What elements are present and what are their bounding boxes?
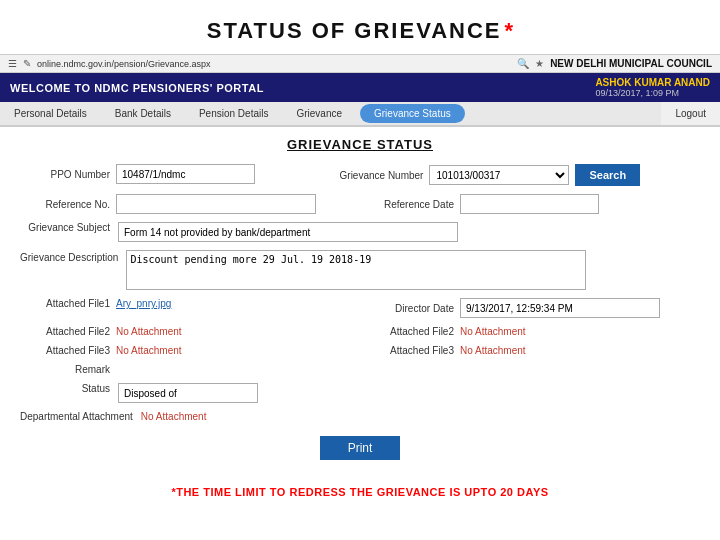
reference-date-input[interactable] xyxy=(460,194,599,214)
browser-bar: ☰ ✎ online.ndmc.gov.in/pension/Grievance… xyxy=(0,54,720,73)
dept-attachment-value: No Attachment xyxy=(141,411,207,422)
page-title-area: STATUS OF GRIEVANCE * xyxy=(0,0,720,54)
dept-attachment-label: Departmental Attachment xyxy=(20,411,133,422)
menu-pension-details[interactable]: Pension Details xyxy=(185,102,282,125)
form-row-attach3: Attached File3 No Attachment Attached Fi… xyxy=(20,345,700,356)
form-row-attach1: Attached File1 Ary_pnry.jpg Director Dat… xyxy=(20,298,700,318)
reference-no-label: Reference No. xyxy=(20,199,110,210)
status-input[interactable] xyxy=(118,383,258,403)
form-row-remark: Remark xyxy=(20,364,700,375)
main-content: GRIEVANCE STATUS PPO Number Grievance Nu… xyxy=(0,127,720,478)
menu-spacer xyxy=(469,102,662,125)
hamburger-icon[interactable]: ☰ xyxy=(8,58,17,69)
attach-file1-link[interactable]: Ary_pnry.jpg xyxy=(116,298,171,309)
subject-input[interactable] xyxy=(118,222,458,242)
portal-title: WELCOME TO NDMC PENSIONERS' PORTAL xyxy=(10,82,264,94)
browser-url: online.ndmc.gov.in/pension/Grievance.asp… xyxy=(37,59,210,69)
page-title: STATUS OF GRIEVANCE xyxy=(207,18,502,43)
grievance-number-label: Grievance Number xyxy=(333,170,423,181)
menu-grievance-status[interactable]: Grievance Status xyxy=(360,104,465,123)
menu-grievance[interactable]: Grievance xyxy=(282,102,356,125)
menu-bar: Personal Details Bank Details Pension De… xyxy=(0,102,720,127)
attach-file-t2-value: No Attachment xyxy=(460,326,526,337)
reference-no-input[interactable] xyxy=(116,194,316,214)
page-title-asterisk: * xyxy=(505,18,514,43)
form-row-status: Status xyxy=(20,383,700,403)
user-sub: 09/13/2017, 1:09 PM xyxy=(595,88,710,98)
form-row-description: Grievance Description Discount pending m… xyxy=(20,250,700,290)
form-row-dept-attach: Departmental Attachment No Attachment xyxy=(20,411,700,422)
reference-date-label: Reference Date xyxy=(364,199,454,210)
user-name: ASHOK KUMAR ANAND xyxy=(595,77,710,88)
form-col-attach1: Attached File1 Ary_pnry.jpg xyxy=(20,298,356,309)
form-col-attach3: Attached File3 No Attachment xyxy=(20,345,356,356)
subject-label: Grievance Subject xyxy=(20,222,110,233)
print-button[interactable]: Print xyxy=(320,436,401,460)
attach-file1-label: Attached File1 xyxy=(20,298,110,309)
ppono-label: PPO Number xyxy=(20,169,110,180)
director-date-input[interactable] xyxy=(460,298,660,318)
council-label: NEW DELHI MUNICIPAL COUNCIL xyxy=(550,58,712,69)
attach-file3-label: Attached File3 xyxy=(20,345,110,356)
attach-file3-value: No Attachment xyxy=(116,345,182,356)
attach-file4-value: No Attachment xyxy=(460,345,526,356)
edit-icon[interactable]: ✎ xyxy=(23,58,31,69)
top-nav: WELCOME TO NDMC PENSIONERS' PORTAL ASHOK… xyxy=(0,73,720,102)
form-col-dir-date: Director Date xyxy=(364,298,700,318)
form-col-attach2: Attached File2 No Attachment xyxy=(20,326,356,337)
browser-bar-right: 🔍 ★ NEW DELHI MUNICIPAL COUNCIL xyxy=(517,58,712,69)
star-icon[interactable]: ★ xyxy=(535,58,544,69)
browser-bar-left: ☰ ✎ online.ndmc.gov.in/pension/Grievance… xyxy=(8,58,210,69)
form-row-2: Reference No. Reference Date xyxy=(20,194,700,214)
form-col-attach-t2: Attached File2 No Attachment xyxy=(364,326,700,337)
menu-logout[interactable]: Logout xyxy=(661,102,720,125)
status-label: Status xyxy=(20,383,110,394)
footer-notice: *THE TIME LIMIT TO REDRESS THE GRIEVANCE… xyxy=(0,486,720,498)
user-info-block: ASHOK KUMAR ANAND 09/13/2017, 1:09 PM xyxy=(595,77,710,98)
search-icon[interactable]: 🔍 xyxy=(517,58,529,69)
attach-file-t3-label: Attached File3 xyxy=(364,345,454,356)
form-section-title: GRIEVANCE STATUS xyxy=(20,137,700,152)
menu-bank-details[interactable]: Bank Details xyxy=(101,102,185,125)
description-label: Grievance Description xyxy=(20,250,118,263)
form-col-ppo: PPO Number xyxy=(20,164,325,184)
description-textarea[interactable]: Discount pending more 29 Jul. 19 2018-19 xyxy=(126,250,586,290)
attach-file2-value: No Attachment xyxy=(116,326,182,337)
form-row-subject: Grievance Subject xyxy=(20,222,700,242)
attach-file2-label: Attached File2 xyxy=(20,326,110,337)
print-area: Print xyxy=(20,436,700,460)
attach-file-t2-label: Attached File2 xyxy=(364,326,454,337)
search-button[interactable]: Search xyxy=(575,164,640,186)
menu-personal-details[interactable]: Personal Details xyxy=(0,102,101,125)
form-row-1: PPO Number Grievance Number 101013/00317… xyxy=(20,164,700,186)
form-col-refdate: Reference Date xyxy=(364,194,700,214)
grievance-number-select[interactable]: 101013/00317 xyxy=(429,165,569,185)
form-col-attach4: Attached File3 No Attachment xyxy=(364,345,700,356)
form-row-attach2: Attached File2 No Attachment Attached Fi… xyxy=(20,326,700,337)
ppono-input[interactable] xyxy=(116,164,255,184)
director-date-label: Director Date xyxy=(364,303,454,314)
form-col-refno: Reference No. xyxy=(20,194,356,214)
form-col-grievance-num: Grievance Number 101013/00317 Search xyxy=(333,164,700,186)
remark-label: Remark xyxy=(20,364,110,375)
